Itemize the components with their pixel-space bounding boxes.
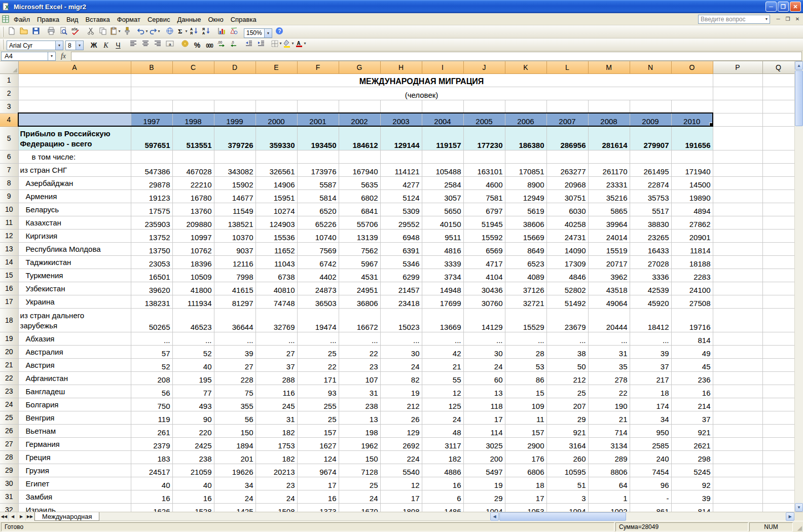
row-header-5[interactable]: 5 [0,126,18,150]
cell[interactable]: 1486 [422,503,463,512]
toolbar-grip[interactable] [2,40,4,50]
cell[interactable]: 129 [380,424,422,437]
cell[interactable]: 19890 [671,189,713,203]
cell[interactable]: 2900 [505,437,546,450]
cell[interactable] [713,503,762,512]
cell[interactable] [18,87,131,100]
cell[interactable]: Египет [18,477,131,490]
cell[interactable]: 10997 [172,229,214,242]
cell[interactable]: 11 [505,411,546,424]
cell[interactable] [713,73,762,87]
cell[interactable]: 182 [256,424,297,437]
column-header-P[interactable]: P [713,61,762,73]
cell[interactable]: 1626 [131,503,172,512]
cell[interactable]: 1094 [546,503,588,512]
cell[interactable]: 10740 [297,229,339,242]
row-header-12[interactable]: 12 [0,229,18,242]
cell[interactable]: 92 [671,477,713,490]
cell[interactable]: 163101 [463,163,505,176]
cell[interactable] [713,100,762,113]
cell[interactable]: 4816 [422,242,463,255]
cell[interactable]: 19474 [297,308,339,332]
cell[interactable]: 16780 [172,189,214,203]
cell[interactable]: 11652 [256,242,297,255]
cell[interactable]: 55 [422,371,463,385]
cell[interactable]: 5309 [380,203,422,216]
cell[interactable] [297,150,339,163]
cell[interactable] [713,255,762,269]
row-header-14[interactable]: 14 [0,255,18,269]
horizontal-scroll-thumb[interactable] [499,512,626,521]
cell[interactable]: 13 [339,411,380,424]
cell[interactable]: 37 [630,358,671,371]
underline-button[interactable]: Ч [113,40,124,51]
cell[interactable] [762,176,794,189]
cell[interactable]: 177230 [463,126,505,150]
cell[interactable]: 5967 [339,255,380,269]
cell[interactable] [630,150,671,163]
cell[interactable]: 2621 [671,437,713,450]
cell[interactable]: 46523 [172,308,214,332]
cell[interactable] [18,73,131,87]
workbook-close-button[interactable]: ✕ [793,15,802,23]
column-header-M[interactable]: M [588,61,630,73]
cell[interactable]: 9037 [214,242,256,255]
cell[interactable]: 53 [505,358,546,371]
cell[interactable] [762,295,794,308]
cell[interactable]: 4886 [422,464,463,477]
cell[interactable]: 11043 [256,255,297,269]
column-header-Q[interactable]: Q [762,61,794,73]
cell[interactable]: 4402 [297,269,339,282]
cell[interactable]: 22 [297,358,339,371]
cell[interactable] [671,150,713,163]
cell[interactable] [463,150,505,163]
cell[interactable]: 8649 [505,242,546,255]
cell[interactable]: 57 [131,345,172,358]
cell[interactable]: 3134 [588,437,630,450]
cell[interactable]: 18 [630,385,671,398]
cell[interactable]: 42539 [630,282,671,295]
cell[interactable]: 1004 [463,503,505,512]
cell[interactable] [505,150,546,163]
last-sheet-button[interactable]: ▶▶ [26,512,34,521]
cell[interactable]: 1999 [214,113,256,126]
cell[interactable]: 37126 [505,282,546,295]
menu-edit[interactable]: Правка [33,14,63,25]
cell[interactable]: 14948 [422,282,463,295]
row-header-20[interactable]: 20 [0,345,18,358]
cell[interactable]: 17309 [546,255,588,269]
cell[interactable]: 2283 [671,269,713,282]
cell[interactable]: 5587 [297,176,339,189]
cell[interactable]: 40258 [546,216,588,229]
cell[interactable]: Венгрия [18,411,131,424]
cell[interactable]: 26 [380,411,422,424]
row-header-9[interactable]: 9 [0,189,18,203]
cell[interactable] [131,150,172,163]
cell[interactable]: 5650 [422,203,463,216]
cell[interactable]: 2000 [256,113,297,126]
cell[interactable]: 52 [172,345,214,358]
undo-button[interactable]: ▾ [137,25,148,36]
cell[interactable]: 22210 [172,176,214,189]
cell[interactable]: Израиль [18,503,131,512]
cell[interactable] [762,242,794,255]
cell[interactable]: 278 [588,371,630,385]
cell[interactable]: 2005 [463,113,505,126]
redo-button[interactable]: ▾ [149,25,160,36]
cell[interactable]: 25 [339,477,380,490]
cell[interactable] [713,345,762,358]
align-center-button[interactable] [140,38,151,49]
cell[interactable]: 25 [546,385,588,398]
cell[interactable]: 493 [172,398,214,411]
column-header-N[interactable]: N [630,61,671,73]
cell[interactable]: 52802 [546,282,588,295]
cell[interactable]: 15519 [588,242,630,255]
cell[interactable]: 4600 [463,176,505,189]
cell[interactable] [546,150,588,163]
cell[interactable] [713,189,762,203]
cell[interactable]: 107 [339,371,380,385]
cell[interactable]: 170851 [505,163,546,176]
cell[interactable]: 21457 [380,282,422,295]
previous-sheet-button[interactable]: ◀ [9,512,17,521]
cell[interactable]: 186380 [505,126,546,150]
